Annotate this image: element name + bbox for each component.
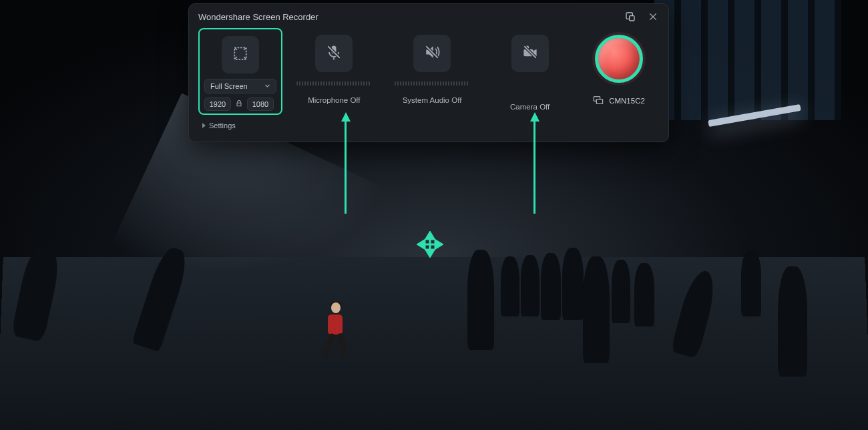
chevron-down-icon [264,82,270,90]
popout-button[interactable] [624,11,636,23]
display-name[interactable]: CMN15C2 [609,97,645,105]
record-tile: CMN15C2 [579,28,659,115]
audio-level-meter [395,81,469,85]
svg-rect-13 [597,99,603,104]
app-title: Wondershare Screen Recorder [198,12,318,22]
camera-label: Camera Off [510,103,550,111]
screen-mode-select[interactable]: Full Screen [204,79,276,93]
recorder-panel: Wondershare Screen Recorder Full Screen [188,3,669,142]
fullscreen-select-icon [231,44,250,65]
height-input[interactable] [247,97,274,111]
mic-level-meter [296,81,371,85]
camera-tile: Camera Off [481,28,579,115]
settings-toggle[interactable]: Settings [189,115,668,130]
camera-off-icon [521,43,539,64]
screen-mode-label: Full Screen [210,82,248,90]
aspect-lock-button[interactable] [235,99,243,109]
record-button[interactable] [595,35,643,83]
annotation-arrow [345,120,347,214]
camera-toggle[interactable] [511,35,549,72]
microphone-off-icon [324,43,343,64]
display-icon [593,95,604,107]
speaker-off-icon [423,43,441,64]
title-bar: Wondershare Screen Recorder [189,4,668,28]
svg-rect-1 [630,16,634,21]
microphone-label: Microphone Off [308,96,360,104]
settings-label: Settings [209,122,236,130]
annotation-arrow [533,120,535,214]
chevron-right-icon [202,123,206,128]
width-input[interactable] [204,97,231,111]
microphone-toggle[interactable] [315,35,353,72]
screen-area-button[interactable] [222,36,259,73]
system-audio-tile: System Audio Off [383,28,481,115]
close-button[interactable] [647,11,659,23]
system-audio-label: System Audio Off [403,96,462,104]
player-character [322,294,349,358]
system-audio-toggle[interactable] [413,35,451,72]
microphone-tile: Microphone Off [285,28,383,115]
screen-area-tile: Full Screen [198,28,282,115]
